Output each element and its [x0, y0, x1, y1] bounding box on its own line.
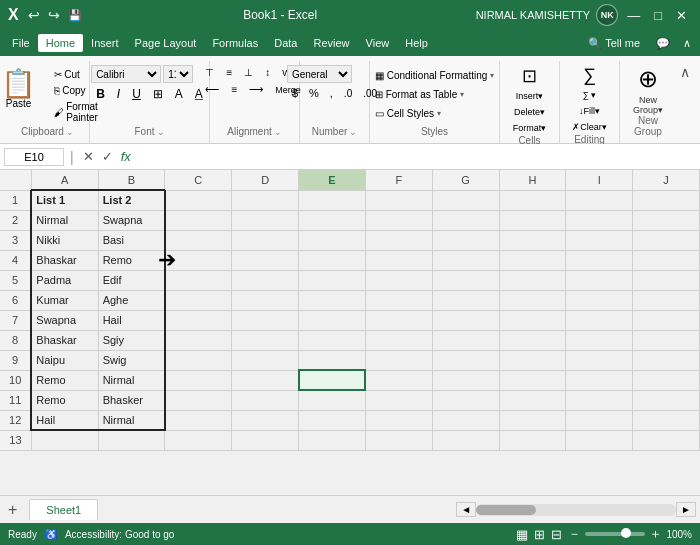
menu-formulas[interactable]: Formulas	[204, 34, 266, 52]
cell-B4[interactable]: Remo	[98, 250, 165, 270]
cell-B6[interactable]: Aghe	[98, 290, 165, 310]
close-button[interactable]: ✕	[671, 6, 692, 25]
cell-I8[interactable]	[566, 330, 633, 350]
menu-insert[interactable]: Insert	[83, 34, 127, 52]
cell-G5[interactable]	[432, 270, 499, 290]
cell-J5[interactable]	[633, 270, 700, 290]
cell-A7[interactable]: Swapna	[31, 310, 98, 330]
menu-help[interactable]: Help	[397, 34, 436, 52]
autosave-button[interactable]: 💾	[65, 7, 85, 24]
col-header-H[interactable]: H	[499, 170, 566, 190]
menu-home[interactable]: Home	[38, 34, 83, 52]
cell-D6[interactable]	[232, 290, 299, 310]
cell-styles-button[interactable]: ▭ Cell Styles ▾	[369, 105, 501, 122]
cell-C7[interactable]	[165, 310, 232, 330]
maximize-button[interactable]: □	[649, 6, 667, 25]
cell-A2[interactable]: Nirmal	[31, 210, 98, 230]
cell-I10[interactable]	[566, 370, 633, 390]
col-header-F[interactable]: F	[365, 170, 432, 190]
cell-D5[interactable]	[232, 270, 299, 290]
align-bottom-button[interactable]: ⊥	[239, 65, 258, 80]
col-header-D[interactable]: D	[232, 170, 299, 190]
menu-data[interactable]: Data	[266, 34, 305, 52]
number-format-select[interactable]: General	[287, 65, 352, 83]
cell-J13[interactable]	[633, 430, 700, 450]
scroll-right-button[interactable]: ►	[676, 502, 696, 517]
zoom-out-button[interactable]: －	[568, 525, 581, 543]
cell-I7[interactable]	[566, 310, 633, 330]
cell-C4[interactable]: ➔	[165, 250, 232, 270]
view-normal-icon[interactable]: ▦	[516, 527, 528, 542]
cell-H12[interactable]	[499, 410, 566, 430]
cell-E2[interactable]	[299, 210, 366, 230]
cell-F10[interactable]	[365, 370, 432, 390]
cell-G1[interactable]	[432, 190, 499, 210]
alignment-expand[interactable]: ⌄	[274, 127, 282, 137]
text-direction-button[interactable]: ↕	[260, 65, 275, 80]
cell-F8[interactable]	[365, 330, 432, 350]
fill-color-button[interactable]: A	[170, 85, 188, 103]
align-left-button[interactable]: ⟵	[200, 82, 224, 97]
cell-D1[interactable]	[232, 190, 299, 210]
grid-scroll[interactable]: A B C D E F G H I J 1List 1Li	[0, 170, 700, 495]
cell-H9[interactable]	[499, 350, 566, 370]
cell-J10[interactable]	[633, 370, 700, 390]
cell-D8[interactable]	[232, 330, 299, 350]
cell-C11[interactable]	[165, 390, 232, 410]
currency-button[interactable]: $	[287, 85, 303, 101]
cell-I2[interactable]	[566, 210, 633, 230]
cell-F3[interactable]	[365, 230, 432, 250]
cell-G7[interactable]	[432, 310, 499, 330]
cell-I12[interactable]	[566, 410, 633, 430]
cell-D9[interactable]	[232, 350, 299, 370]
cell-J12[interactable]	[633, 410, 700, 430]
col-header-A[interactable]: A	[31, 170, 98, 190]
cell-D2[interactable]	[232, 210, 299, 230]
col-header-B[interactable]: B	[98, 170, 165, 190]
cell-H1[interactable]	[499, 190, 566, 210]
align-right-button[interactable]: ⟶	[244, 82, 268, 97]
clipboard-expand[interactable]: ⌄	[66, 127, 74, 137]
align-top-button[interactable]: ⊤	[200, 65, 219, 80]
cell-J3[interactable]	[633, 230, 700, 250]
cell-E11[interactable]	[299, 390, 366, 410]
cell-I11[interactable]	[566, 390, 633, 410]
sum-button[interactable]: ∑ ▾	[578, 88, 602, 102]
cell-C12[interactable]	[165, 410, 232, 430]
cell-A5[interactable]: Padma	[31, 270, 98, 290]
italic-button[interactable]: I	[112, 85, 125, 103]
ribbon-collapse-button[interactable]: ∧	[678, 35, 696, 52]
cell-F11[interactable]	[365, 390, 432, 410]
cell-I9[interactable]	[566, 350, 633, 370]
cell-C2[interactable]	[165, 210, 232, 230]
cell-J11[interactable]	[633, 390, 700, 410]
cell-A12[interactable]: Hail	[31, 410, 98, 430]
cell-B13[interactable]	[98, 430, 165, 450]
cell-A9[interactable]: Naipu	[31, 350, 98, 370]
cell-F12[interactable]	[365, 410, 432, 430]
menu-view[interactable]: View	[358, 34, 398, 52]
delete-cells-button[interactable]: Delete▾	[509, 105, 550, 119]
cell-B7[interactable]: Hail	[98, 310, 165, 330]
cell-G11[interactable]	[432, 390, 499, 410]
ribbon-collapse-arrow[interactable]: ∧	[676, 60, 694, 84]
paste-button[interactable]: 📋 Paste	[0, 65, 45, 114]
cell-A10[interactable]: Remo	[31, 370, 98, 390]
cell-J4[interactable]	[633, 250, 700, 270]
cell-B8[interactable]: Sgiy	[98, 330, 165, 350]
cell-H4[interactable]	[499, 250, 566, 270]
cell-C9[interactable]	[165, 350, 232, 370]
formula-confirm-button[interactable]: ✓	[99, 148, 116, 165]
cell-C10[interactable]	[165, 370, 232, 390]
cell-ref-input[interactable]	[4, 148, 64, 166]
cell-A1[interactable]: List 1	[31, 190, 98, 210]
scroll-left-button[interactable]: ◄	[456, 502, 476, 517]
conditional-formatting-button[interactable]: ▦ Conditional Formatting ▾	[369, 67, 501, 84]
cell-D11[interactable]	[232, 390, 299, 410]
cell-A6[interactable]: Kumar	[31, 290, 98, 310]
cell-D7[interactable]	[232, 310, 299, 330]
decrease-decimal-button[interactable]: .0	[339, 85, 357, 101]
redo-button[interactable]: ↪	[45, 5, 63, 25]
cell-B11[interactable]: Bhasker	[98, 390, 165, 410]
number-expand[interactable]: ⌄	[349, 127, 357, 137]
